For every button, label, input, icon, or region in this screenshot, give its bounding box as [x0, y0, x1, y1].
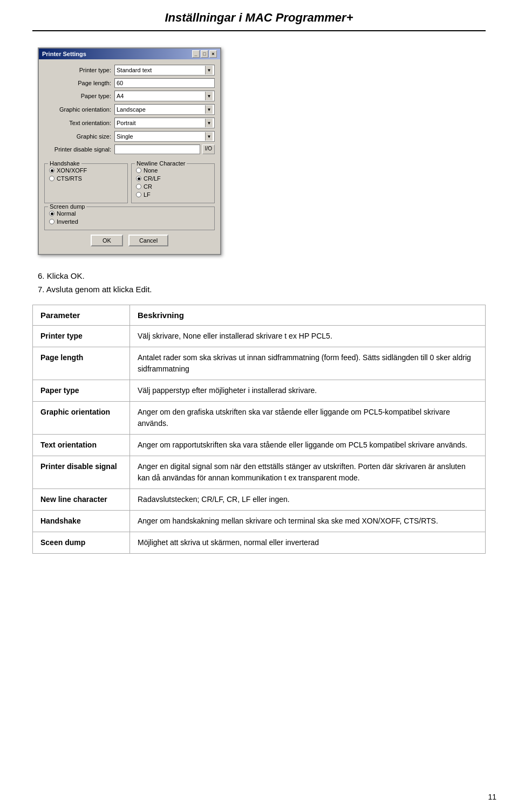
graphic-orientation-select[interactable]: Landscape ▼	[114, 104, 215, 115]
graphic-size-select[interactable]: Single ▼	[114, 131, 215, 142]
table-row: New line character Radavslutstecken; CR/…	[33, 489, 486, 511]
minimize-button[interactable]: _	[192, 50, 200, 58]
dialog-title: Printer Settings	[42, 51, 86, 57]
page-length-input[interactable]: 60	[114, 78, 215, 88]
graphic-size-row: Graphic size: Single ▼	[44, 131, 215, 142]
inverted-radio[interactable]	[49, 219, 54, 224]
page-number: 11	[488, 793, 496, 801]
newline-legend: Newline Character	[135, 160, 187, 167]
graphic-orientation-value: Landscape	[117, 106, 205, 113]
crlf-label: CR/LF	[144, 175, 161, 182]
crlf-radio-row: CR/LF	[136, 175, 210, 182]
step6-text: 6. Klicka OK.	[38, 271, 486, 280]
table-cell-desc: Antalet rader som ska skrivas ut innan s…	[130, 347, 486, 380]
table-cell-param: Graphic orientation	[33, 402, 130, 435]
none-radio[interactable]	[136, 168, 141, 173]
printer-disable-label: Printer disable signal:	[44, 146, 114, 153]
crlf-radio[interactable]	[136, 176, 141, 181]
page-length-value: 60	[117, 80, 123, 86]
printer-disable-group: I/O	[114, 144, 215, 154]
normal-radio[interactable]	[49, 211, 54, 216]
text-orientation-label: Text orientation:	[44, 120, 114, 126]
step7-text: 7. Avsluta genom att klicka Edit.	[38, 285, 486, 294]
inverted-label: Inverted	[57, 218, 78, 225]
graphic-size-value: Single	[117, 133, 205, 140]
printer-type-label: Printer type:	[44, 67, 114, 73]
inverted-radio-row: Inverted	[49, 218, 210, 225]
text-orientation-row: Text orientation: Portrait ▼	[44, 118, 215, 128]
close-button[interactable]: ×	[209, 50, 217, 58]
paper-type-value: A4	[117, 93, 205, 99]
paper-type-select[interactable]: A4 ▼	[114, 91, 215, 101]
cancel-button[interactable]: Cancel	[128, 235, 168, 246]
screen-dump-group: Screen dump Normal Inverted	[44, 207, 215, 230]
printer-type-row: Printer type: Standard text ▼	[44, 65, 215, 75]
dialog-titlebar: Printer Settings _ □ ×	[39, 49, 220, 59]
page-length-row: Page length: 60	[44, 78, 215, 88]
table-cell-desc: Anger en digital signal som när den etts…	[130, 456, 486, 489]
table-cell-param: Printer disable signal	[33, 456, 130, 489]
normal-radio-row: Normal	[49, 210, 210, 217]
titlebar-buttons: _ □ ×	[192, 50, 217, 58]
dialog-area: Printer Settings _ □ × Printer type: Sta…	[38, 47, 486, 255]
table-row: Text orientation Anger om rapportutskrif…	[33, 435, 486, 456]
cts-rts-radio-row: CTS/RTS	[49, 175, 123, 182]
handshake-legend: Handshake	[48, 160, 81, 167]
graphic-size-arrow: ▼	[205, 132, 213, 141]
printer-disable-row: Printer disable signal: I/O	[44, 144, 215, 154]
parameter-table: Parameter Beskrivning Printer type Välj …	[32, 305, 486, 554]
dialog-footer: OK Cancel	[44, 235, 215, 246]
groups-row: Handshake XON/XOFF CTS/RTS Newline Chara	[44, 163, 215, 203]
page-title: Inställningar i MAC Programmer+	[32, 11, 486, 31]
table-cell-param: Printer type	[33, 326, 130, 347]
printer-type-select[interactable]: Standard text ▼	[114, 65, 215, 75]
cr-label: CR	[144, 183, 152, 190]
lf-radio-row: LF	[136, 191, 210, 198]
table-row: Printer disable signal Anger en digital …	[33, 456, 486, 489]
ok-button[interactable]: OK	[91, 235, 123, 246]
handshake-group: Handshake XON/XOFF CTS/RTS	[44, 163, 128, 203]
maximize-button[interactable]: □	[201, 50, 208, 58]
table-row: Paper type Välj papperstyp efter möjligh…	[33, 380, 486, 402]
lf-radio[interactable]	[136, 192, 141, 197]
table-cell-param: New line character	[33, 489, 130, 511]
xon-xoff-label: XON/XOFF	[57, 167, 87, 174]
table-row: Sceen dump Möjlighet att skriva ut skärm…	[33, 532, 486, 554]
xon-xoff-radio[interactable]	[49, 168, 54, 173]
text-orientation-arrow: ▼	[205, 119, 213, 127]
lf-label: LF	[144, 191, 151, 198]
table-row: Printer type Välj skrivare, None eller i…	[33, 326, 486, 347]
table-cell-param: Page length	[33, 347, 130, 380]
page-length-label: Page length:	[44, 80, 114, 86]
dialog-content: Printer type: Standard text ▼ Page lengt…	[39, 59, 220, 254]
table-header-param: Parameter	[33, 305, 130, 326]
newline-group: Newline Character None CR/LF CR	[131, 163, 215, 203]
cts-rts-radio[interactable]	[49, 176, 54, 181]
text-orientation-select[interactable]: Portrait ▼	[114, 118, 215, 128]
table-cell-desc: Anger om den grafiska utskriften ska var…	[130, 402, 486, 435]
normal-label: Normal	[57, 210, 76, 217]
table-row: Page length Antalet rader som ska skriva…	[33, 347, 486, 380]
graphic-orientation-row: Graphic orientation: Landscape ▼	[44, 104, 215, 115]
table-cell-desc: Anger om handskakning mellan skrivare oc…	[130, 511, 486, 532]
table-cell-desc: Välj skrivare, None eller installerad sk…	[130, 326, 486, 347]
graphic-orientation-label: Graphic orientation:	[44, 106, 114, 113]
table-cell-desc: Möjlighet att skriva ut skärmen, normal …	[130, 532, 486, 554]
paper-type-row: Paper type: A4 ▼	[44, 91, 215, 101]
printer-disable-input[interactable]	[114, 144, 200, 154]
table-cell-desc: Välj papperstyp efter möjligheter i inst…	[130, 380, 486, 402]
none-label: None	[144, 167, 158, 174]
xon-xoff-radio-row: XON/XOFF	[49, 167, 123, 174]
table-row: Graphic orientation Anger om den grafisk…	[33, 402, 486, 435]
paper-type-label: Paper type:	[44, 93, 114, 99]
printer-settings-dialog: Printer Settings _ □ × Printer type: Sta…	[38, 47, 221, 255]
table-cell-param: Sceen dump	[33, 532, 130, 554]
io-button[interactable]: I/O	[202, 144, 215, 154]
graphic-size-label: Graphic size:	[44, 133, 114, 140]
graphic-orientation-arrow: ▼	[205, 105, 213, 114]
cr-radio[interactable]	[136, 184, 141, 189]
none-radio-row: None	[136, 167, 210, 174]
table-row: Handshake Anger om handskakning mellan s…	[33, 511, 486, 532]
table-cell-desc: Anger om rapportutskriften ska vara ståe…	[130, 435, 486, 456]
table-cell-param: Text orientation	[33, 435, 130, 456]
